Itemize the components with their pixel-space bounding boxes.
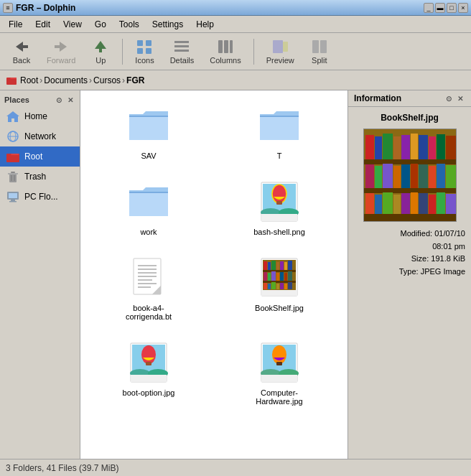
split-button[interactable]: Split [304,36,335,67]
svg-rect-108 [393,166,401,188]
back-button[interactable]: Back [6,36,37,67]
file-item-bash-shell[interactable]: bash-shell.png [217,172,342,243]
svg-rect-64 [271,271,276,281]
bookshelf-thumbnail-icon [256,255,302,301]
file-item-computer-hardware[interactable]: Computer-Hardware.jpg [217,333,342,412]
sidebar-item-root[interactable]: Root [0,146,80,167]
home-icon [6,109,20,123]
computer-icon [6,190,20,204]
icons-view-icon [136,39,153,55]
file-item-work[interactable]: work [86,172,211,243]
svg-rect-111 [419,164,428,188]
svg-rect-39 [276,201,282,205]
svg-rect-14 [224,40,228,53]
forward-button[interactable]: Forward [40,36,82,67]
menu-help[interactable]: Help [190,18,220,31]
sidebar-close-icon[interactable]: ✕ [65,95,75,105]
file-item-t[interactable]: T [217,96,342,167]
preview-icon [271,39,289,55]
svg-rect-60 [284,262,287,270]
svg-rect-92 [364,159,457,164]
svg-rect-112 [429,166,436,188]
svg-rect-83 [131,375,167,382]
info-content: BookShelf.jpg [348,107,471,284]
svg-rect-90 [261,375,297,382]
info-panel-detach-icon[interactable]: ⊙ [444,93,454,103]
path-root[interactable]: Root [20,75,38,85]
text-file-icon [126,255,172,301]
info-filename: BookShelf.jpg [381,113,439,123]
svg-rect-8 [137,48,143,54]
columns-view-icon [217,39,234,55]
file-item-name: book-a4-corrigenda.bt [113,304,185,321]
file-item-name: SAV [141,151,156,160]
svg-rect-109 [401,164,410,188]
svg-rect-15 [230,40,233,53]
svg-rect-70 [268,284,271,289]
svg-rect-5 [99,48,102,52]
svg-rect-13 [218,40,223,53]
svg-point-86 [272,345,286,364]
path-documents[interactable]: Documents [44,75,88,85]
columns-button[interactable]: Columns [203,36,247,67]
titlebar-controls: _ ▬ □ × [424,3,468,13]
svg-rect-107 [383,164,393,188]
sidebar-item-home[interactable]: Home [0,106,80,126]
back-icon [13,39,30,55]
image-file-icon [256,179,302,225]
svg-rect-124 [446,194,456,214]
minimize-button[interactable]: _ [424,3,434,13]
svg-rect-34 [9,201,17,202]
svg-rect-98 [393,136,401,159]
sidebar-item-trash[interactable]: Trash [0,167,80,187]
svg-rect-73 [280,283,284,289]
info-panel-close-icon[interactable]: ✕ [455,93,465,103]
file-item-sav[interactable]: SAV [86,96,211,167]
file-item-boot-option[interactable]: boot-option.jpg [86,333,211,412]
svg-rect-26 [9,174,17,182]
titlebar-menu-btn[interactable]: ≡ [3,3,13,13]
svg-rect-76 [261,290,297,296]
file-item-name: work [140,228,157,236]
svg-rect-74 [284,284,287,289]
file-item-book[interactable]: book-a4-corrigenda.bt [86,248,211,327]
svg-rect-96 [375,136,382,159]
menu-settings[interactable]: Settings [146,18,189,31]
icons-button[interactable]: Icons [129,36,160,67]
svg-rect-115 [365,193,374,214]
path-cursos[interactable]: Cursos [93,75,121,85]
svg-rect-104 [446,136,456,159]
svg-rect-122 [429,195,436,214]
svg-rect-114 [446,165,456,188]
svg-rect-33 [11,200,15,201]
svg-rect-68 [288,271,292,281]
menu-edit[interactable]: Edit [29,18,56,31]
menu-go[interactable]: Go [89,18,112,31]
file-view[interactable]: SAV T work [80,90,348,459]
file-item-bookshelf[interactable]: BookShelf.jpg [217,248,342,327]
svg-rect-42 [261,214,297,221]
svg-rect-119 [401,193,410,214]
maximize-button[interactable]: □ [447,3,457,13]
svg-rect-6 [137,40,143,46]
preview-button[interactable]: Preview [260,36,301,67]
details-button[interactable]: Details [164,36,201,67]
svg-rect-7 [146,40,151,46]
shade-button[interactable]: ▬ [435,3,445,13]
sidebar-item-pc-flo[interactable]: PC Flo... [0,187,80,207]
svg-rect-56 [268,262,271,270]
menu-file[interactable]: File [3,18,28,31]
up-button[interactable]: Up [85,36,116,67]
menu-view[interactable]: View [57,18,88,31]
svg-rect-94 [364,214,457,222]
menu-tools[interactable]: Tools [113,18,145,31]
close-button[interactable]: × [458,3,468,13]
svg-rect-57 [271,261,276,270]
image-file-icon [256,340,302,386]
svg-rect-87 [276,362,282,365]
sidebar-lock-icon[interactable]: ⊙ [54,95,64,105]
file-item-name: BookShelf.jpg [255,304,304,312]
svg-rect-80 [146,362,151,365]
sidebar-item-network[interactable]: Network [0,126,80,146]
titlebar: ≡ FGR – Dolphin _ ▬ □ × [0,0,471,16]
